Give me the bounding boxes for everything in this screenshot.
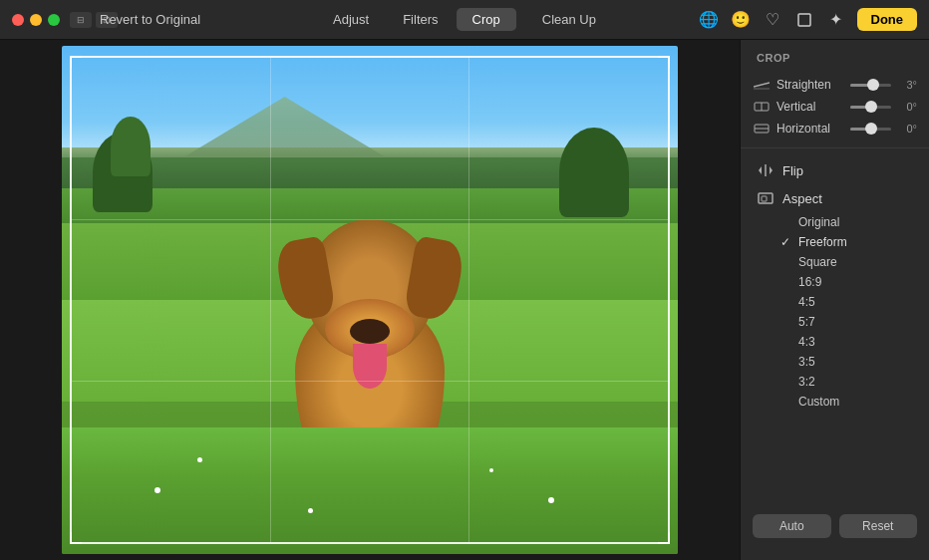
svg-rect-0 xyxy=(798,14,810,26)
tab-adjust[interactable]: Adjust xyxy=(317,8,385,31)
aspect-option-original[interactable]: Original xyxy=(782,212,929,232)
aspect-option-5-7-label: 5:7 xyxy=(798,315,815,329)
vertical-row: Vertical 0° xyxy=(741,96,929,118)
aspect-option-original-label: Original xyxy=(798,215,839,229)
tab-crop[interactable]: Crop xyxy=(457,8,516,31)
aspect-option-freeform-label: Freeform xyxy=(798,235,847,249)
reset-button[interactable]: Reset xyxy=(839,514,918,538)
traffic-lights xyxy=(12,14,60,26)
flip-label: Flip xyxy=(782,163,803,178)
panel-title: CROP xyxy=(741,52,929,74)
done-button[interactable]: Done xyxy=(857,8,918,31)
aspect-option-custom-label: Custom xyxy=(798,395,839,409)
straighten-value: 3° xyxy=(897,79,917,91)
aspect-option-square[interactable]: Square xyxy=(782,252,929,272)
horizontal-row: Horizontal 0° xyxy=(741,118,929,140)
check-icon: ✓ xyxy=(780,235,790,249)
svg-rect-9 xyxy=(762,196,767,201)
aspect-option-16-9-label: 16:9 xyxy=(798,275,821,289)
divider-1 xyxy=(741,147,929,148)
crop-panel: CROP Straighten 3° xyxy=(740,40,929,560)
aspect-section: Aspect Original ✓ Freeform Square 16:9 4… xyxy=(741,184,929,412)
aspect-option-3-2[interactable]: 3:2 xyxy=(782,372,929,392)
horizontal-slider[interactable] xyxy=(850,128,891,131)
aspect-option-custom[interactable]: Custom xyxy=(782,392,929,412)
vertical-label: Vertical xyxy=(776,100,844,114)
magic-icon-button[interactable]: ✦ xyxy=(825,9,847,31)
tab-cleanup[interactable]: Clean Up xyxy=(526,8,612,31)
tab-filters[interactable]: Filters xyxy=(387,8,454,31)
aspect-option-freeform[interactable]: ✓ Freeform xyxy=(782,232,929,252)
aspect-option-4-3[interactable]: 4:3 xyxy=(782,332,929,352)
revert-button[interactable]: Revert to Original xyxy=(100,12,200,27)
aspect-option-4-3-label: 4:3 xyxy=(798,335,815,349)
aspect-label: Aspect xyxy=(782,191,822,206)
minimize-button[interactable] xyxy=(30,14,42,26)
titlebar: ⊟ ⊡ Revert to Original Adjust Filters Cr… xyxy=(0,0,929,40)
aspect-option-4-5-label: 4:5 xyxy=(798,295,815,309)
aspect-option-16-9[interactable]: 16:9 xyxy=(782,272,929,292)
straighten-icon xyxy=(753,78,771,92)
flip-icon xyxy=(757,161,774,179)
flip-row[interactable]: Flip xyxy=(741,156,929,184)
globe-icon-button[interactable]: 🌐 xyxy=(698,9,720,31)
close-button[interactable] xyxy=(12,14,24,26)
aspect-option-3-5-label: 3:5 xyxy=(798,355,815,369)
maximize-button[interactable] xyxy=(48,14,60,26)
aspect-option-3-2-label: 3:2 xyxy=(798,375,815,389)
aspect-options: Original ✓ Freeform Square 16:9 4:5 5:7 xyxy=(741,212,929,412)
aspect-option-5-7[interactable]: 5:7 xyxy=(782,312,929,332)
auto-button[interactable]: Auto xyxy=(753,514,831,538)
straighten-row: Straighten 3° xyxy=(741,74,929,96)
bottom-buttons: Auto Reset xyxy=(741,504,929,548)
aspect-option-3-5[interactable]: 3:5 xyxy=(782,352,929,372)
horizontal-icon xyxy=(753,122,771,136)
main-content: CROP Straighten 3° xyxy=(0,40,929,560)
image-area xyxy=(0,40,740,560)
photo-container[interactable] xyxy=(62,46,678,554)
crop-icon-button[interactable] xyxy=(793,9,815,31)
sidebar-toggle-button[interactable]: ⊟ xyxy=(70,12,92,28)
aspect-header[interactable]: Aspect xyxy=(741,184,929,212)
titlebar-right: 🌐 🙂 ♡ ✦ Done xyxy=(698,8,918,31)
vertical-slider[interactable] xyxy=(850,106,891,109)
vertical-icon xyxy=(753,100,771,114)
straighten-label: Straighten xyxy=(776,78,844,92)
horizontal-value: 0° xyxy=(897,123,917,135)
nav-tabs: Adjust Filters Crop Clean Up xyxy=(317,8,612,31)
straighten-slider[interactable] xyxy=(850,84,891,87)
horizontal-label: Horizontal xyxy=(776,122,844,136)
aspect-option-4-5[interactable]: 4:5 xyxy=(782,292,929,312)
photo-image xyxy=(62,46,678,554)
vertical-value: 0° xyxy=(897,101,917,113)
heart-icon-button[interactable]: ♡ xyxy=(762,9,783,31)
emoji-icon-button[interactable]: 🙂 xyxy=(730,9,752,31)
aspect-icon xyxy=(757,189,774,207)
svg-line-1 xyxy=(754,83,770,87)
aspect-option-square-label: Square xyxy=(798,255,837,269)
